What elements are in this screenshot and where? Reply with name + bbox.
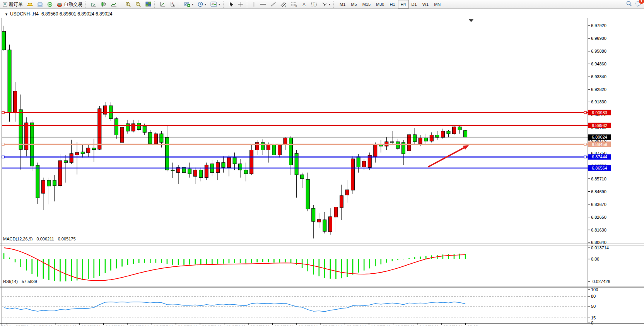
horizontal-line-tool-button[interactable]	[258, 0, 268, 9]
svg-text:6.90983: 6.90983	[592, 110, 607, 115]
svg-text:6.84690: 6.84690	[591, 189, 606, 194]
bar-chart-icon	[91, 2, 97, 7]
svg-text:6.95880: 6.95880	[591, 49, 606, 53]
candlestick-chart-button[interactable]	[99, 0, 109, 9]
svg-text:6.88459: 6.88459	[592, 142, 607, 147]
tile-windows-button[interactable]	[143, 0, 153, 9]
svg-text:6.86564: 6.86564	[592, 166, 607, 170]
arrange-cascade-icon	[170, 2, 176, 7]
notifications-button[interactable]: 1	[635, 0, 642, 8]
svg-text:6.85710: 6.85710	[591, 177, 606, 181]
new-chart-icon	[184, 2, 190, 7]
macd-indicator-label: MACD(12,26,9) 0.006211 0.005175	[3, 237, 76, 241]
indicators-button[interactable]: ▾	[208, 0, 222, 9]
text-label-tool-button[interactable]: T	[309, 0, 319, 9]
timeframe-button-M5[interactable]: M5	[348, 0, 359, 9]
timeframe-button-H4[interactable]: H4	[398, 0, 409, 9]
svg-text:6.83670: 6.83670	[591, 202, 606, 207]
timeframe-button-W1[interactable]: W1	[420, 0, 432, 9]
fibonacci-icon: F	[291, 2, 297, 7]
signal-button[interactable]	[45, 0, 55, 9]
timeframe-button-M1[interactable]: M1	[337, 0, 348, 9]
gold-ingot-button[interactable]	[25, 0, 35, 9]
macd-signal-value: 0.005175	[58, 237, 76, 241]
svg-text:E: E	[285, 5, 286, 7]
text-tool-button[interactable]: A	[300, 0, 309, 9]
toolbar-separator	[223, 1, 225, 8]
vertical-line-icon	[252, 2, 256, 7]
price-chart-svg: 6.979206.969006.958806.948606.938406.928…	[0, 9, 644, 326]
timeframe-group: M1M5M15M30H1H4D1W1MN	[337, 0, 443, 9]
market-watch-button[interactable]	[35, 0, 45, 9]
vertical-line-tool-button[interactable]	[250, 0, 258, 9]
svg-text:0.013714: 0.013714	[591, 245, 609, 250]
svg-text:6.91830: 6.91830	[591, 100, 606, 104]
svg-text:6.81630: 6.81630	[591, 228, 606, 232]
svg-text:T: T	[313, 2, 315, 7]
channel-icon: E	[280, 2, 287, 7]
zoom-out-button[interactable]	[133, 0, 143, 9]
tile-windows-icon	[145, 2, 151, 7]
timeframe-button-D1[interactable]: D1	[409, 0, 420, 9]
svg-text:6.89962: 6.89962	[592, 123, 607, 128]
main-toolbar: 新订单 自动交易	[0, 0, 644, 9]
crosshair-tool-button[interactable]	[236, 0, 246, 9]
svg-text:6.89024: 6.89024	[592, 135, 607, 139]
zoom-in-icon	[125, 2, 131, 7]
svg-text:6.93840: 6.93840	[591, 74, 606, 79]
new-order-button[interactable]: 新订单	[1, 0, 25, 9]
channel-tool-button[interactable]: E	[278, 0, 289, 9]
svg-text:A: A	[302, 2, 306, 7]
chart-symbol-period: USDCNH-,H4	[10, 11, 39, 17]
notification-badge: 1	[639, 0, 644, 4]
period-button[interactable]: ▾	[196, 0, 208, 9]
collapse-triangle-icon[interactable]: ▼	[5, 12, 8, 16]
rsi-indicator-label: RSI(14) 57.5839	[3, 279, 37, 284]
toolbar-separator	[179, 1, 181, 8]
gold-ingot-icon	[27, 2, 33, 7]
trendline-tool-button[interactable]	[268, 0, 278, 9]
toolbar-separator	[85, 1, 88, 8]
svg-text:6.97920: 6.97920	[591, 23, 606, 28]
zoom-out-icon	[135, 2, 141, 7]
text-icon: A	[302, 2, 307, 7]
auto-trading-button[interactable]: 自动交易	[55, 0, 84, 9]
search-icon[interactable]	[626, 0, 632, 8]
chevron-down-icon: ▾	[219, 3, 220, 6]
chart-area[interactable]: 6.979206.969006.958806.948606.938406.928…	[0, 9, 644, 326]
line-chart-button[interactable]	[109, 0, 119, 9]
fibonacci-tool-button[interactable]: F	[289, 0, 299, 9]
application-window: 新订单 自动交易	[0, 0, 644, 326]
arrange-charts-icon	[160, 2, 166, 7]
chevron-down-icon: ▾	[329, 3, 330, 6]
new-chart-button[interactable]: ▾	[182, 0, 195, 9]
auto-trading-label: 自动交易	[64, 1, 82, 8]
rsi-name: RSI(14)	[3, 279, 18, 284]
indicators-icon	[210, 2, 217, 7]
arrange-cascade-button[interactable]	[168, 0, 178, 9]
bar-chart-button[interactable]	[89, 0, 99, 9]
macd-main-value: 0.006211	[36, 237, 54, 241]
arrange-charts-button[interactable]	[158, 0, 167, 9]
horizontal-line-icon	[260, 2, 266, 7]
svg-text:6.80640: 6.80640	[591, 240, 606, 245]
timeframe-button-M15[interactable]: M15	[360, 0, 373, 9]
svg-text:6.94860: 6.94860	[591, 62, 606, 66]
zoom-in-button[interactable]	[123, 0, 133, 9]
svg-text:50: 50	[591, 304, 596, 309]
chevron-down-icon: ▾	[205, 3, 206, 6]
period-clock-icon	[198, 2, 203, 7]
shapes-icon	[321, 2, 327, 7]
new-order-label: 新订单	[9, 1, 23, 8]
timeframe-button-M30[interactable]: M30	[373, 0, 387, 9]
svg-text:100: 100	[591, 287, 598, 292]
timeframe-button-H1[interactable]: H1	[387, 0, 398, 9]
shapes-tool-button[interactable]: ▾	[319, 0, 332, 9]
svg-text:6.92820: 6.92820	[591, 87, 606, 92]
cursor-tool-button[interactable]	[227, 0, 236, 9]
toolbar-separator	[247, 1, 249, 8]
svg-text:-0.027426: -0.027426	[591, 279, 610, 284]
macd-name: MACD(12,26,9)	[3, 237, 32, 241]
svg-text:0.00: 0.00	[591, 257, 599, 261]
timeframe-button-MN[interactable]: MN	[431, 0, 443, 9]
